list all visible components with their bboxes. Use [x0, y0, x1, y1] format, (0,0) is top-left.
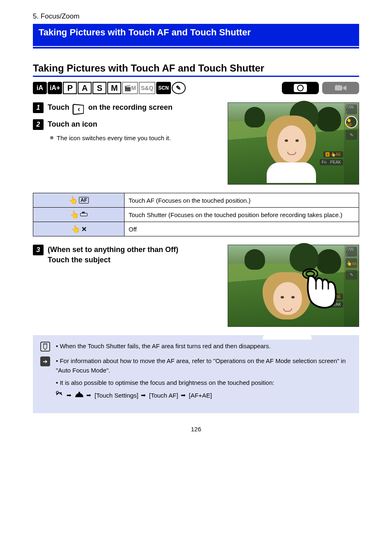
note-arrow-text-1: For information about how to move the AF… — [56, 357, 346, 374]
mode-creative-icon: ✎ — [172, 82, 186, 94]
mode-scn-icon: SCN — [156, 82, 171, 94]
recording-preview-2: T/W ↕ 👆▭ ✎ ›👆AE Fn PEAK — [228, 245, 359, 327]
mode-m-icon: M — [107, 82, 121, 94]
step-3: 3 (When set to anything other than Off) … — [33, 245, 219, 265]
menu-touch-settings: [Touch Settings] — [95, 391, 138, 400]
step-2: 2 Touch an icon The icon switches every … — [33, 119, 219, 142]
touch-shutter-strip-icon[interactable]: 👆▭ — [346, 258, 357, 268]
custom-menu-icon: C — [56, 391, 64, 400]
touch-off-desc: Off — [125, 222, 359, 236]
menu-touch-af: [Touch AF] — [149, 391, 178, 400]
touch-af-strip-icon[interactable]: 👆AF — [345, 116, 357, 128]
note-pencil-text: When the Touch Shutter fails, the AF are… — [60, 342, 270, 349]
svg-point-2 — [336, 85, 338, 87]
svg-text:C: C — [56, 391, 59, 395]
touch-ae-sub-icon[interactable]: ›👆AE — [323, 151, 343, 157]
step-2-text: Touch an icon — [48, 120, 97, 128]
svg-marker-1 — [343, 86, 346, 90]
touch-gesture-icon — [297, 266, 338, 315]
notes-box: • When the Touch Shutter fails, the AF a… — [33, 335, 359, 413]
step-3-text: Touch the subject — [48, 256, 111, 264]
touch-af-icon: 👆AF — [69, 196, 89, 205]
mode-sq-icon: S&Q — [139, 82, 155, 94]
arrow-right-icon: ➡ — [141, 391, 146, 400]
mode-a-icon: A — [78, 82, 92, 94]
menu-path: C ➡ ➡ [Touch Settings] ➡ — [56, 391, 352, 400]
mode-s-icon: S — [92, 82, 106, 94]
step-number-2: 2 — [33, 119, 44, 130]
table-row: 👆AF Touch AF (Focuses on the touched pos… — [33, 193, 359, 208]
page-header: Taking Pictures with Touch AF and Touch … — [33, 24, 359, 46]
table-row: 👆✕ Off — [33, 222, 359, 236]
section-title: Taking Pictures with Touch AF and Touch … — [33, 62, 359, 77]
touch-af-desc: Touch AF (Focuses on the touched positio… — [125, 193, 359, 208]
touch-shutter-desc: Touch Shutter (Focuses on the touched po… — [125, 208, 359, 222]
touch-tab-icon: ‹ — [72, 104, 83, 115]
arrow-right-icon: ➡ — [86, 391, 91, 400]
photo-mode-indicator-icon — [282, 82, 319, 94]
svg-rect-7 — [78, 392, 80, 394]
mode-ia-plus-icon: iA+ — [48, 82, 62, 94]
step-1-text-after: on the recording screen — [88, 103, 173, 111]
note-arrow-icon: ➔ — [40, 356, 50, 366]
zoom-strip-icon[interactable]: T/W ↕ — [346, 247, 357, 257]
svg-point-3 — [338, 85, 340, 87]
creative-strip-icon[interactable]: ✎ — [346, 270, 357, 280]
mode-movie-m-icon: 🎬M — [122, 82, 138, 94]
mode-indicator-row: iA iA+ P A S M 🎬M S&Q SCN ✎ — [33, 82, 359, 94]
video-mode-indicator-icon — [322, 82, 359, 94]
fn-sub-icon[interactable]: Fn PEAK — [320, 159, 343, 165]
arrow-right-icon: ➡ — [181, 391, 186, 400]
operation-menu-icon — [75, 391, 84, 400]
touch-off-icon: 👆✕ — [71, 224, 87, 234]
menu-af-ae: [AF+AE] — [189, 391, 212, 400]
step-3-condition: (When set to anything other than Off) — [48, 245, 178, 254]
mode-p-icon: P — [63, 82, 77, 94]
note-arrow-text-2: It is also possible to optimise the focu… — [60, 379, 274, 386]
creative-strip-icon[interactable]: ✎ — [346, 130, 357, 140]
arrow-right-icon: ➡ — [67, 391, 71, 400]
page-number: 126 — [33, 426, 359, 433]
table-row: 👆 Touch Shutter (Focuses on the touched … — [33, 208, 359, 222]
touch-side-strip[interactable]: T/W ↕ 👆AF ✎ — [344, 103, 359, 184]
touch-shutter-icon: 👆 — [70, 210, 88, 219]
step-1-text-before: Touch — [48, 103, 71, 111]
zoom-strip-icon[interactable]: T/W ↕ — [346, 104, 357, 114]
bullet-icon — [50, 136, 53, 139]
touch-options-table: 👆AF Touch AF (Focuses on the touched pos… — [33, 193, 359, 236]
step-2-sub-text: The icon switches every time you touch i… — [57, 134, 171, 142]
category-text: 5. Focus/Zoom — [33, 12, 359, 21]
touch-side-strip-2[interactable]: T/W ↕ 👆▭ ✎ — [344, 245, 359, 326]
step-1: 1 Touch ‹ on the recording screen — [33, 102, 219, 114]
mode-dial-icons: iA iA+ P A S M 🎬M S&Q SCN ✎ — [33, 82, 186, 94]
step-number-3: 3 — [33, 245, 44, 255]
mode-ia-icon: iA — [33, 82, 47, 94]
recording-preview-1: T/W ↕ 👆AF ✎ ›👆AE Fn PEAK — [228, 102, 359, 185]
note-pencil-icon — [40, 342, 50, 352]
step-number-1: 1 — [33, 102, 44, 113]
